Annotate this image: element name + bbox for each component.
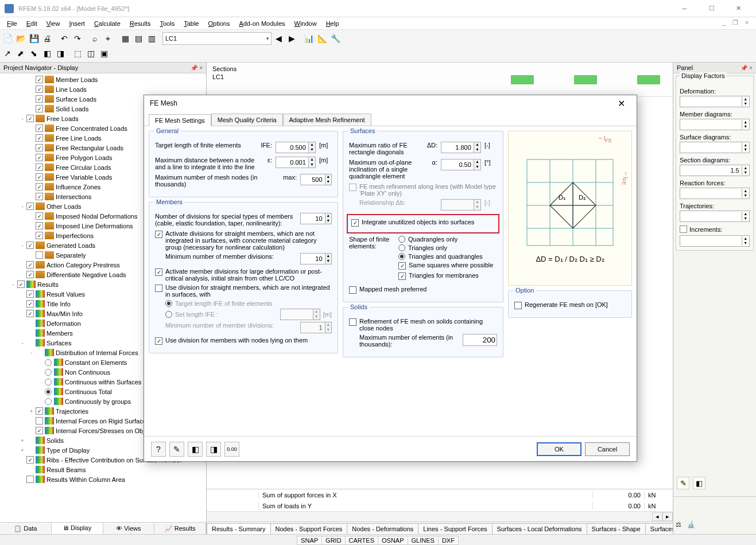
max-distance-input[interactable]: ▲▼ bbox=[276, 157, 316, 168]
fe-mesh-dialog: FE Mesh ✕ FE Mesh Settings Mesh Quality … bbox=[144, 95, 637, 462]
dialog-footer: ? ✎ ◧ ◨ 0.00 OK Cancel bbox=[144, 436, 637, 461]
dialog-title: FE Mesh bbox=[150, 99, 177, 107]
dialog-tabs: FE Mesh Settings Mesh Quality Criteria A… bbox=[144, 111, 637, 126]
reset-button[interactable]: 0.00 bbox=[224, 442, 239, 457]
set-length-input: ▲▼ bbox=[280, 309, 320, 320]
diagram-formula: ΔD = D₁ / D₂ D₁ ≥ D₂ bbox=[536, 255, 604, 263]
use-division-nodes-checkbox[interactable] bbox=[155, 337, 162, 345]
settings2-button[interactable]: ◨ bbox=[206, 442, 221, 457]
group-solids: Solids Refinement of FE mesh on solids c… bbox=[343, 307, 503, 357]
relationship-input: ▲▼ bbox=[441, 199, 481, 211]
group-general: General Target length of finite elements… bbox=[149, 131, 338, 197]
same-squares-checkbox[interactable] bbox=[398, 262, 406, 270]
cancel-button[interactable]: Cancel bbox=[585, 442, 630, 456]
integrate-objects-checkbox[interactable] bbox=[351, 219, 359, 227]
dialog-titlebar[interactable]: FE Mesh ✕ bbox=[144, 95, 637, 111]
tab-adaptive-mesh[interactable]: Adaptive Mesh Refinement bbox=[283, 114, 371, 126]
shape-quad-radio[interactable] bbox=[398, 236, 405, 243]
max-elements-input[interactable] bbox=[463, 334, 497, 346]
max-nodes-input[interactable]: ▲▼ bbox=[300, 174, 332, 185]
min-divisions-input[interactable]: ▲▼ bbox=[300, 253, 332, 264]
activate-large-deform-checkbox[interactable] bbox=[155, 268, 162, 276]
shape-both-radio[interactable] bbox=[398, 253, 405, 260]
settings-button[interactable]: ◧ bbox=[188, 442, 203, 457]
svg-text:D₂: D₂ bbox=[579, 194, 586, 201]
inclination-input[interactable]: ▲▼ bbox=[441, 159, 481, 170]
use-division-checkbox[interactable] bbox=[155, 285, 162, 292]
divisions-input[interactable]: ▲▼ bbox=[300, 213, 332, 224]
group-members: Members Number of divisions for special … bbox=[149, 202, 338, 353]
refine-lines-checkbox bbox=[349, 184, 356, 191]
mesh-diagram: D₁D₂ ~ lFE ~ lFE ΔD = D₁ / D₂ D₁ ≥ D₂ bbox=[508, 131, 632, 286]
shape-tri-radio[interactable] bbox=[398, 244, 405, 251]
ratio-input[interactable]: ▲▼ bbox=[441, 142, 481, 153]
target-length-input[interactable]: ▲▼ bbox=[276, 142, 316, 153]
min-divisions2-input: ▲▼ bbox=[300, 322, 332, 333]
refine-solids-checkbox[interactable] bbox=[349, 318, 356, 326]
regenerate-checkbox[interactable] bbox=[514, 302, 522, 309]
target-length-radio bbox=[165, 300, 172, 307]
group-surfaces: Surfaces Maximum ratio of FE rectangle d… bbox=[343, 131, 503, 302]
set-length-radio bbox=[165, 311, 172, 318]
edit-button[interactable]: ✎ bbox=[169, 442, 184, 457]
tab-fe-mesh-settings[interactable]: FE Mesh Settings bbox=[149, 114, 211, 126]
mapped-mesh-checkbox[interactable] bbox=[349, 286, 356, 294]
highlight-integrate-option: Integrate unutilized objects into surfac… bbox=[347, 214, 499, 233]
ok-button[interactable]: OK bbox=[537, 442, 581, 456]
help-button[interactable]: ? bbox=[151, 442, 166, 457]
triangles-membranes-checkbox[interactable] bbox=[398, 272, 406, 280]
modal-overlay: FE Mesh ✕ FE Mesh Settings Mesh Quality … bbox=[0, 0, 756, 545]
tab-mesh-quality[interactable]: Mesh Quality Criteria bbox=[211, 114, 283, 126]
dialog-close-button[interactable]: ✕ bbox=[612, 98, 631, 109]
svg-text:D₁: D₁ bbox=[559, 194, 565, 201]
activate-divisions-checkbox[interactable] bbox=[155, 231, 162, 238]
group-option: Option Regenerate FE mesh on [OK] bbox=[508, 290, 632, 318]
